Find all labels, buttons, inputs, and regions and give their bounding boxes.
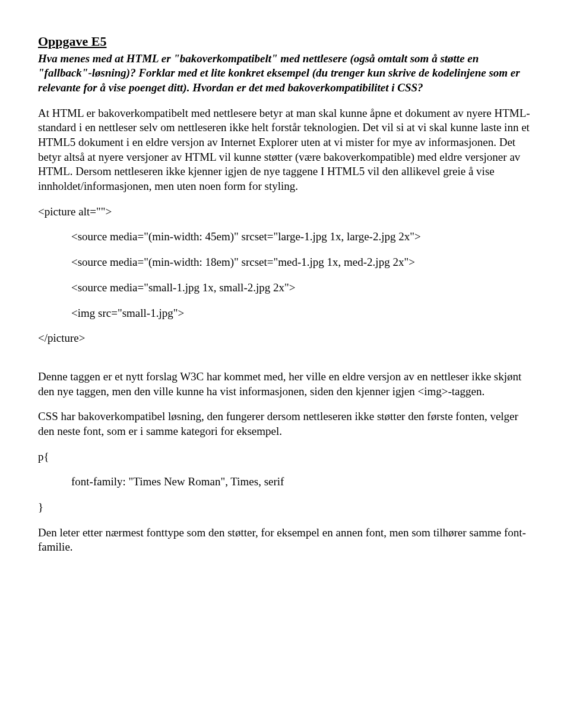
answer-paragraph-2: Denne taggen er et nytt forslag W3C har … xyxy=(38,370,531,399)
css-open: p{ xyxy=(38,450,531,465)
css-close: } xyxy=(38,500,531,515)
code-source-3: <source media="small-1.jpg 1x, small-2.j… xyxy=(38,281,531,295)
answer-paragraph-1: At HTML er bakoverkompatibelt med nettle… xyxy=(38,106,531,194)
code-img: <img src="small-1.jpg"> xyxy=(38,306,531,321)
answer-paragraph-3: CSS har bakoverkompatibel løsning, den f… xyxy=(38,409,531,438)
css-rule: font-family: "Times New Roman", Times, s… xyxy=(38,475,531,489)
task-question: Hva menes med at HTML er "bakoverkompati… xyxy=(38,52,531,96)
answer-paragraph-4: Den leter etter nærmest fonttype som den… xyxy=(38,526,531,555)
code-picture-open: <picture alt=""> xyxy=(38,205,531,220)
task-heading: Oppgave E5 xyxy=(38,33,531,50)
code-source-1: <source media="(min-width: 45em)" srcset… xyxy=(38,230,531,244)
code-source-2: <source media="(min-width: 18em)" srcset… xyxy=(38,255,531,270)
code-picture-close: </picture> xyxy=(38,331,531,346)
